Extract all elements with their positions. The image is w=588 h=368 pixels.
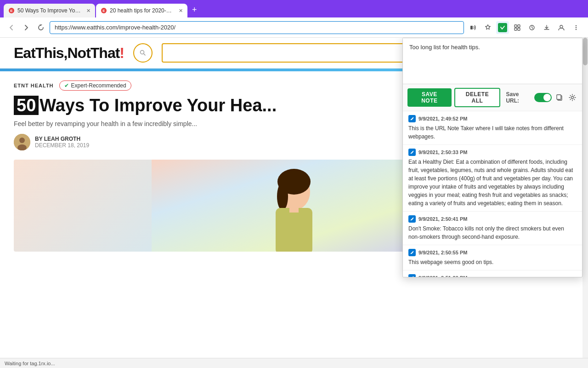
- svg-point-11: [576, 25, 577, 26]
- logo-exclaim: !: [119, 45, 124, 61]
- tab-1-favicon: E: [8, 7, 15, 14]
- toggle-knob: [543, 94, 551, 101]
- article-title-rest: Ways To Improve Your Hea...: [40, 96, 277, 115]
- note-item: 9/9/2021, 2:50:55 PM This webpage seems …: [403, 245, 582, 270]
- note-text-3: This webpage seems good on tips.: [408, 258, 577, 266]
- profile-icon[interactable]: [555, 21, 568, 34]
- note-meta-1: 9/9/2021, 2:50:33 PM: [408, 149, 577, 156]
- note-text-1: Eat a Healthy Diet: Eat a combination of…: [408, 158, 577, 207]
- svg-rect-8: [518, 28, 520, 30]
- tab-1-close[interactable]: ✕: [86, 8, 90, 14]
- save-url-toggle[interactable]: [534, 93, 552, 102]
- svg-rect-23: [289, 206, 299, 213]
- svg-text:E: E: [10, 9, 13, 13]
- svg-rect-6: [518, 25, 520, 27]
- svg-point-14: [140, 51, 144, 54]
- note-toolbar: SAVE NOTE DELETE ALL Save URL:: [403, 84, 582, 111]
- note-timestamp-1: 9/9/2021, 2:50:33 PM: [418, 150, 467, 155]
- notes-list: 9/9/2021, 2:49:52 PM This is the URL Not…: [403, 111, 582, 277]
- collections-icon[interactable]: [511, 21, 524, 34]
- svg-rect-4: [470, 26, 473, 29]
- copy-icon-button[interactable]: [554, 92, 565, 103]
- svg-point-12: [576, 27, 577, 28]
- note-item: 9/9/2021, 2:50:41 PM Don't Smoke: Tobacc…: [403, 212, 582, 245]
- note-textarea[interactable]: [403, 38, 582, 84]
- tab-2-title: 20 health tips for 2020-2021: [110, 7, 174, 14]
- author-info: BY LEAH GROTH DECEMBER 18, 2019: [35, 136, 89, 149]
- svg-point-13: [576, 29, 577, 29]
- svg-point-21: [277, 183, 288, 210]
- note-panel: SAVE NOTE DELETE ALL Save URL: 9/9/202: [402, 38, 582, 277]
- back-button[interactable]: [6, 23, 17, 33]
- note-meta-2: 9/9/2021, 2:50:41 PM: [408, 215, 577, 223]
- expert-badge: ✔ Expert-Recommended: [59, 80, 131, 91]
- svg-rect-7: [514, 28, 517, 30]
- extension-active-button[interactable]: [496, 21, 509, 34]
- expert-badge-text: Expert-Recommended: [71, 82, 126, 89]
- nav-icons: [467, 21, 582, 34]
- downloads-icon[interactable]: [540, 21, 553, 34]
- scrollbar[interactable]: [582, 38, 588, 358]
- note-timestamp-2: 9/9/2021, 2:50:41 PM: [418, 216, 467, 222]
- note-meta-0: 9/9/2021, 2:49:52 PM: [408, 115, 577, 122]
- note-edit-icon-2[interactable]: [408, 215, 416, 223]
- note-text-2: Don't Smoke: Tobacco kills not only the …: [408, 224, 577, 241]
- read-aloud-icon[interactable]: [467, 21, 480, 34]
- note-timestamp-3: 9/9/2021, 2:50:55 PM: [418, 250, 467, 255]
- note-meta-4: 9/9/2021, 2:51:20 PM: [408, 274, 577, 277]
- extension-green-icon: [498, 23, 507, 32]
- address-bar[interactable]: [50, 21, 464, 34]
- svg-text:E: E: [102, 9, 105, 13]
- note-timestamp-4: 9/9/2021, 2:51:20 PM: [418, 275, 467, 277]
- check-icon: ✔: [64, 82, 69, 89]
- status-text: Waiting for tag.1rx.io...: [5, 361, 55, 366]
- tab-1[interactable]: E 50 Ways To Improve Your Health ✕: [4, 4, 95, 17]
- tab-1-title: 50 Ways To Improve Your Health: [17, 7, 82, 14]
- nav-bar: [0, 17, 588, 38]
- article-category: ETNT HEALTH: [14, 83, 54, 88]
- tab-2[interactable]: E 20 health tips for 2020-2021 ✕: [96, 4, 187, 17]
- svg-point-26: [571, 97, 573, 99]
- article-title-number: 50: [14, 96, 39, 115]
- note-edit-icon-0[interactable]: [408, 115, 416, 122]
- settings-dots-icon[interactable]: [570, 21, 582, 34]
- author-date: DECEMBER 18, 2019: [35, 142, 89, 149]
- note-text-0: This is the URL Note Taker where I will …: [408, 124, 577, 141]
- browser-frame: E 50 Ways To Improve Your Health ✕ E 20 …: [0, 0, 588, 368]
- svg-rect-25: [557, 95, 561, 99]
- note-item: 9/9/2021, 2:49:52 PM This is the URL Not…: [403, 111, 582, 145]
- svg-point-16: [19, 138, 25, 143]
- refresh-button[interactable]: [35, 23, 47, 33]
- history-icon[interactable]: [526, 21, 538, 34]
- status-bar: Waiting for tag.1rx.io...: [0, 358, 588, 368]
- tab-2-close[interactable]: ✕: [179, 8, 183, 14]
- tab-bar: E 50 Ways To Improve Your Health ✕ E 20 …: [0, 0, 588, 17]
- note-edit-icon-3[interactable]: [408, 249, 416, 256]
- author-name: BY LEAH GROTH: [35, 136, 89, 142]
- settings-icon-button[interactable]: [567, 92, 577, 103]
- note-edit-icon-4[interactable]: [408, 274, 416, 277]
- note-edit-icon-1[interactable]: [408, 149, 416, 156]
- page-content: EatThis,NotThat! ETNT HEALTH ✔ Expert-Re…: [0, 38, 588, 358]
- svg-point-10: [560, 25, 563, 28]
- author-avatar: [14, 134, 30, 150]
- scrollbar-thumb[interactable]: [583, 38, 588, 65]
- note-item: 9/9/2021, 2:50:33 PM Eat a Healthy Diet:…: [403, 145, 582, 212]
- favorites-icon[interactable]: [481, 21, 494, 34]
- svg-rect-5: [514, 25, 517, 27]
- note-timestamp-0: 9/9/2021, 2:49:52 PM: [418, 116, 467, 121]
- new-tab-button[interactable]: +: [188, 5, 201, 15]
- logo-text: EatThis,NotThat: [14, 45, 119, 61]
- svg-rect-22: [276, 208, 312, 252]
- note-meta-3: 9/9/2021, 2:50:55 PM: [408, 249, 577, 256]
- note-item: 9/9/2021, 2:51:20 PM To visit this webpa…: [403, 270, 582, 277]
- site-search-icon[interactable]: [133, 43, 153, 63]
- site-logo: EatThis,NotThat!: [14, 45, 124, 62]
- save-url-label: Save URL:: [506, 91, 531, 104]
- forward-button[interactable]: [20, 23, 32, 33]
- save-note-button[interactable]: SAVE NOTE: [407, 88, 452, 107]
- tab-2-favicon: E: [101, 7, 107, 14]
- delete-all-button[interactable]: DELETE ALL: [454, 88, 501, 107]
